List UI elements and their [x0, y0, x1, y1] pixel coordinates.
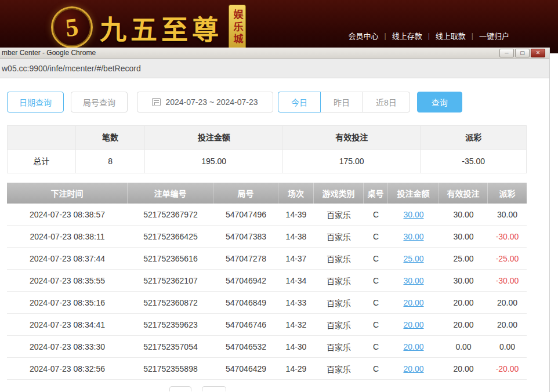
bet-amount-cell: 30.00	[388, 270, 439, 291]
game-type: 百家乐	[314, 248, 364, 269]
bet-amount-cell: 30.00	[388, 204, 439, 225]
header-session: 场次	[278, 183, 314, 204]
round-number: 547046532	[213, 336, 278, 357]
header-bet-time: 下注时间	[7, 183, 128, 204]
game-type: 百家乐	[314, 358, 364, 379]
table-number: C	[364, 336, 388, 357]
pagination-button[interactable]	[202, 386, 226, 391]
bet-amount-link[interactable]: 20.00	[403, 298, 423, 307]
order-number: 521752365616	[128, 248, 213, 269]
round-number: 547046942	[213, 270, 278, 291]
bet-amount-cell: 30.00	[388, 226, 439, 247]
game-type: 百家乐	[314, 336, 364, 357]
table-number: C	[364, 204, 388, 225]
nav-separator: |	[385, 32, 386, 40]
session: 14-33	[278, 292, 314, 313]
date-range-input[interactable]: 2024-07-23 ~ 2024-07-23	[137, 92, 273, 112]
bet-time: 2024-07-23 08:37:44	[7, 248, 128, 269]
header-table-number: 桌号	[364, 183, 388, 204]
round-number: 547046746	[213, 314, 278, 335]
bet-amount-link[interactable]: 20.00	[403, 342, 423, 351]
quick-range-group: 今日 昨日 近8日	[278, 92, 410, 112]
date-range-value: 2024-07-23 ~ 2024-07-23	[165, 97, 258, 107]
maximize-icon[interactable]: ▢	[515, 49, 530, 57]
payout: -30.00	[488, 226, 527, 247]
url-text: w05.cc:9900/infe/mcenter/#/betRecord	[2, 64, 141, 73]
round-number: 547047278	[213, 248, 278, 269]
browser-window: mber Center - Google Chrome ─ ▢ ✕ w05.cc…	[0, 48, 550, 392]
session: 14-32	[278, 314, 314, 335]
logo-title: 九五至尊	[100, 8, 223, 46]
table-number: C	[364, 270, 388, 291]
bet-table-header: 下注时间 注单编号 局号 场次 游戏类别 桌号 投注金额 有效投注 派彩	[7, 183, 527, 204]
valid-bet: 25.00	[439, 248, 488, 269]
nav-online-deposit[interactable]: 线上存款	[392, 30, 422, 41]
summary-header-blank	[8, 126, 76, 150]
order-number: 521752357054	[128, 336, 213, 357]
bet-amount-link[interactable]: 30.00	[403, 276, 423, 285]
bet-amount-link[interactable]: 30.00	[403, 232, 423, 241]
table-number: C	[364, 248, 388, 269]
bet-time: 2024-07-23 08:35:16	[7, 292, 128, 313]
last-8-days-button[interactable]: 近8日	[363, 92, 410, 112]
bet-time: 2024-07-23 08:38:11	[7, 226, 128, 247]
table-row: 2024-07-23 08:34:41 521752359623 5470467…	[7, 314, 527, 336]
close-icon[interactable]: ✕	[531, 49, 545, 57]
round-number: 547046429	[213, 358, 278, 379]
round-query-button[interactable]: 局号查询	[71, 92, 128, 112]
bet-amount-link[interactable]: 20.00	[403, 364, 423, 373]
order-number: 521752367972	[128, 204, 213, 225]
nav-online-withdraw[interactable]: 线上取款	[436, 30, 466, 41]
payout: 30.00	[488, 204, 527, 225]
bet-amount-link[interactable]: 25.00	[403, 254, 423, 263]
minimize-icon[interactable]: ─	[499, 49, 514, 57]
bet-amount-cell: 20.00	[388, 358, 439, 379]
date-query-button[interactable]: 日期查询	[7, 92, 64, 112]
screen: 5 九五至尊 娱乐城 会员中心 | 线上存款 | 线上取款 | 一键归户 mbe…	[0, 0, 558, 392]
valid-bet: 30.00	[439, 204, 488, 225]
table-row: 2024-07-23 08:35:55 521752362107 5470469…	[7, 270, 527, 292]
yesterday-button[interactable]: 昨日	[320, 92, 363, 112]
summary-total-row: 总计 8 195.00 175.00 -35.00	[8, 150, 526, 173]
member-center-content: 日期查询 局号查询 2024-07-23 ~ 2024-07-23 今日 昨日 …	[0, 78, 549, 391]
address-bar[interactable]: w05.cc:9900/infe/mcenter/#/betRecord	[0, 59, 549, 78]
round-number: 547046849	[213, 292, 278, 313]
game-type: 百家乐	[314, 270, 364, 291]
session: 14-37	[278, 248, 314, 269]
bet-amount-link[interactable]: 20.00	[403, 320, 423, 329]
header-round-number: 局号	[213, 183, 278, 204]
valid-bet: 30.00	[439, 270, 488, 291]
nav-member-center[interactable]: 会员中心	[349, 30, 379, 41]
bet-record-table: 下注时间 注单编号 局号 场次 游戏类别 桌号 投注金额 有效投注 派彩 202…	[7, 183, 527, 380]
nav-separator: |	[428, 32, 430, 40]
game-type: 百家乐	[314, 226, 364, 247]
bet-amount-cell: 25.00	[388, 248, 439, 269]
bet-amount-link[interactable]: 30.00	[403, 210, 423, 219]
summary-header-row: 笔数 投注金额 有效投注 派彩	[8, 126, 526, 150]
summary-header-valid: 有效投注	[283, 126, 421, 150]
header-bet-amount: 投注金额	[388, 183, 439, 204]
summary-count: 8	[76, 150, 146, 173]
table-row: 2024-07-23 08:32:56 521752355898 5470464…	[7, 358, 527, 380]
filter-bar: 日期查询 局号查询 2024-07-23 ~ 2024-07-23 今日 昨日 …	[0, 78, 549, 112]
valid-bet: 30.00	[439, 226, 488, 247]
game-type: 百家乐	[314, 292, 364, 313]
game-type: 百家乐	[314, 314, 364, 335]
top-nav: 会员中心 | 线上存款 | 线上取款 | 一键归户	[349, 30, 509, 41]
order-number: 521752359623	[128, 314, 213, 335]
today-button[interactable]: 今日	[278, 92, 321, 112]
table-row: 2024-07-23 08:37:44 521752365616 5470472…	[7, 248, 527, 270]
order-number: 521752362107	[128, 270, 213, 291]
logo-coin-digit: 5	[64, 12, 79, 42]
nav-one-key-transfer[interactable]: 一键归户	[479, 30, 509, 41]
pagination-button[interactable]	[169, 386, 191, 391]
round-number: 547047383	[213, 226, 278, 247]
window-title: mber Center - Google Chrome	[2, 49, 499, 57]
search-button[interactable]: 查询	[417, 92, 462, 112]
window-controls: ─ ▢ ✕	[499, 49, 545, 57]
calendar-icon	[152, 98, 161, 106]
header-valid-bet: 有效投注	[439, 183, 488, 204]
bet-time: 2024-07-23 08:32:56	[7, 358, 128, 379]
bet-amount-cell: 20.00	[388, 314, 439, 335]
table-number: C	[364, 226, 388, 247]
